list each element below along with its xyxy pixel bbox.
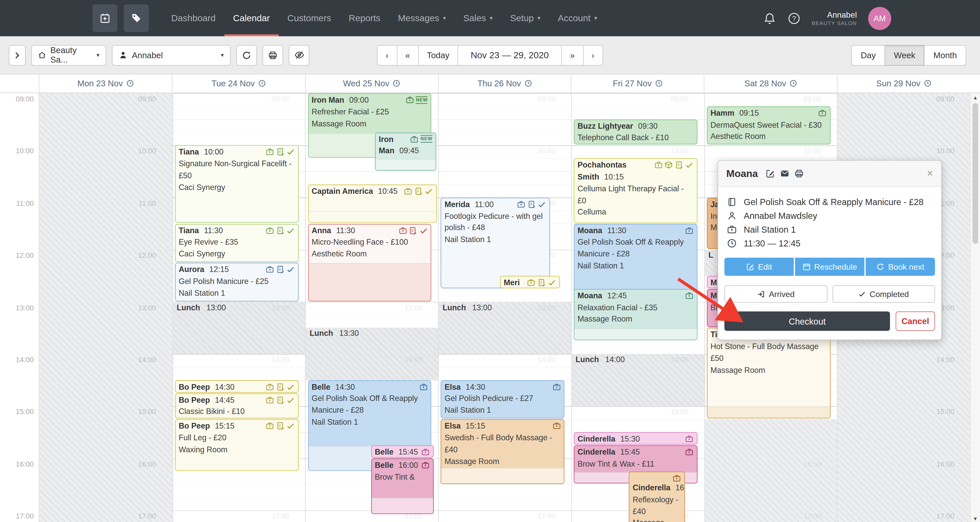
new-appointment-button[interactable]: [92, 4, 118, 32]
lunch-block[interactable]: Lunch13:30: [306, 328, 439, 380]
nav-item-setup[interactable]: Setup▾: [501, 0, 549, 36]
finishing-time: [707, 407, 830, 418]
nav-item-calendar[interactable]: Calendar: [224, 0, 279, 36]
next-week-button[interactable]: »: [562, 45, 584, 65]
arrived-button[interactable]: Arrived: [724, 285, 827, 303]
view-month-button[interactable]: Month: [924, 45, 966, 65]
appointment-cinderella-1530[interactable]: Cinderella15:30: [574, 432, 697, 445]
day-column-wed-25-nov[interactable]: 09:0010:0011:0012:0013:0014:0015:0016:00…: [305, 93, 439, 522]
scroll-down-icon[interactable]: ▼: [970, 516, 980, 522]
appointment-meri-1230[interactable]: Meri: [500, 276, 560, 288]
prev-week-button[interactable]: «: [397, 45, 419, 65]
checkout-button[interactable]: Checkout: [724, 311, 890, 331]
vertical-scrollbar[interactable]: ▲ ▼: [970, 93, 980, 522]
day-header-wed-25-nov[interactable]: Wed 25 Nov: [305, 74, 438, 93]
chevron-down-icon: ▾: [594, 15, 597, 21]
print-icon[interactable]: [794, 169, 803, 178]
today-button[interactable]: Today: [419, 45, 458, 65]
prev-day-button[interactable]: ‹: [377, 45, 397, 65]
edit-button[interactable]: Edit: [724, 258, 794, 276]
scrollbar-thumb[interactable]: [972, 103, 978, 244]
appointment-tiana-1000[interactable]: Tiana10:00Signature Non-Surgical Facelif…: [175, 145, 298, 223]
nav-item-customers[interactable]: Customers: [279, 0, 340, 36]
scroll-up-icon[interactable]: ▲: [970, 95, 980, 101]
nav-item-messages[interactable]: Messages▾: [389, 0, 455, 36]
day-header-thu-26-nov[interactable]: Thu 26 Nov: [438, 74, 571, 93]
notifications-bell-icon[interactable]: [763, 11, 776, 24]
day-column-thu-26-nov[interactable]: 09:0010:0011:0012:0013:0014:0015:0016:00…: [438, 93, 572, 522]
receipt-icon: [527, 200, 536, 208]
appointment-moana-1245[interactable]: Moana12:45Relaxation Facial - £35Massage…: [574, 289, 697, 340]
time-label: 12:00: [0, 252, 34, 259]
day-column-tue-24-nov[interactable]: 09:0010:0011:0012:0013:0014:0015:0016:00…: [172, 93, 306, 522]
check-icon: [286, 396, 295, 404]
location-select[interactable]: Beauty Sa...▾: [31, 45, 106, 65]
hide-details-button[interactable]: [289, 45, 309, 65]
clock-icon: [126, 80, 134, 88]
help-icon[interactable]: [788, 11, 800, 24]
nav-item-reports[interactable]: Reports: [340, 0, 389, 36]
appointment-buzz-lightyear-0930[interactable]: Buzz Lightyear09:30Telephone Call Back -…: [574, 119, 697, 145]
column-time-label: 11:00: [138, 200, 156, 207]
briefcase-icon: [266, 421, 274, 430]
appointment-cinderella-1615[interactable]: Cinderella16:15Reflexology - £40Massage …: [629, 471, 685, 522]
avatar[interactable]: AM: [868, 6, 891, 30]
view-week-button[interactable]: Week: [885, 45, 924, 65]
day-header-mon-23-nov[interactable]: Mon 23 Nov: [39, 74, 172, 93]
reschedule-button[interactable]: Reschedule: [795, 258, 864, 276]
appointment-belle-1600[interactable]: Belle16:00Brow Tint &: [371, 458, 434, 514]
staff-select[interactable]: Annabel▾: [112, 45, 231, 65]
time-label: 15:00: [0, 408, 34, 415]
print-button[interactable]: [262, 45, 283, 65]
column-time-label: 09:00: [936, 95, 954, 102]
tag-button[interactable]: [124, 4, 149, 32]
day-header-row: Mon 23 NovTue 24 NovWed 25 NovThu 26 Nov…: [0, 74, 980, 93]
book-next-button[interactable]: Book next: [865, 258, 935, 276]
appointment-pochahontas-smith-1015[interactable]: Pochahontas Smith10:15Celluma Light Ther…: [574, 158, 697, 223]
nav-item-account[interactable]: Account▾: [549, 0, 606, 36]
sidebar-expand-button[interactable]: [9, 45, 25, 65]
nav-item-sales[interactable]: Sales▾: [455, 0, 501, 36]
envelope-icon[interactable]: [780, 169, 789, 178]
appointment-bo-peep-1445[interactable]: Bo Peep14:45Classic Bikini - £10: [175, 393, 298, 418]
appointment-captain-america-1045[interactable]: Captain America10:45: [308, 184, 437, 223]
user-menu[interactable]: Annabel BEAUTY SALON: [812, 10, 857, 27]
cancel-button[interactable]: Cancel: [896, 311, 935, 331]
popover-footer: Checkout Cancel: [724, 311, 935, 331]
view-day-button[interactable]: Day: [851, 45, 885, 65]
nav-item-dashboard[interactable]: Dashboard: [162, 0, 224, 36]
date-range-button[interactable]: Nov 23 — 29, 2020: [458, 45, 562, 65]
column-time-label: 14:00: [404, 356, 422, 363]
day-header-sun-29-nov[interactable]: Sun 29 Nov: [837, 74, 970, 93]
appointment-elsa-1430[interactable]: Elsa14:30Gel Polish Pedicure - £27Nail S…: [441, 380, 564, 418]
appointment-bo-peep-1430[interactable]: Bo Peep14:30: [175, 380, 298, 393]
appointment-bo-peep-1515[interactable]: Bo Peep15:15Full Leg - £20Waxing Room: [175, 419, 298, 471]
day-header-fri-27-nov[interactable]: Fri 27 Nov: [571, 74, 704, 93]
appointment-anna-1130[interactable]: Anna11:30Micro-Needling Face - £100Aesth…: [308, 224, 431, 301]
column-time-label: 15:00: [670, 408, 688, 415]
appointment-merida-1100[interactable]: Merida11:00Footlogix Pedicure - with gel…: [441, 197, 550, 288]
appointment-elsa-1515[interactable]: Elsa15:15Swedish - Full Body Massage - £…: [441, 419, 564, 484]
column-time-label: 13:00: [272, 304, 290, 311]
popover-resource-row: Nail Station 1: [724, 223, 935, 236]
popover-status-buttons: Arrived Completed: [724, 285, 935, 303]
close-icon[interactable]: ×: [927, 167, 933, 180]
day-column-fri-27-nov[interactable]: 09:0010:0011:0012:0013:0014:0015:0016:00…: [571, 93, 705, 522]
refresh-button[interactable]: [236, 45, 257, 65]
appointment-iron-man-0945[interactable]: NEWIron Man09:45: [375, 132, 436, 171]
appointment-belle-1545[interactable]: Belle15:45: [371, 445, 434, 458]
completed-button[interactable]: Completed: [832, 285, 935, 303]
time-label: 13:00: [0, 304, 34, 311]
appointment-tiana-1130[interactable]: Tiana11:30Eye Revive - £35Caci Synergy: [175, 224, 298, 262]
briefcase-icon: [266, 148, 274, 156]
edit-icon[interactable]: [765, 169, 775, 178]
check-icon: [286, 226, 295, 235]
day-header-sat-28-nov[interactable]: Sat 28 Nov: [704, 74, 837, 93]
appointment-aurora-1215[interactable]: Aurora12:15Gel Polish Manicure - £25Nail…: [175, 263, 298, 301]
appointment-tia-1330[interactable]: TiaHot Stone - Full Body Massage£50Massa…: [707, 328, 830, 418]
time-label: 09:00: [0, 95, 34, 102]
next-day-button[interactable]: ›: [584, 45, 603, 65]
day-header-tue-24-nov[interactable]: Tue 24 Nov: [172, 74, 305, 93]
day-column-mon-23-nov[interactable]: 09:0010:0011:0012:0013:0014:0015:0016:00…: [39, 93, 172, 522]
appointment-hamm-0915[interactable]: Hamm09:15DermaQuest Sweet Facial - £30Ae…: [707, 106, 830, 145]
